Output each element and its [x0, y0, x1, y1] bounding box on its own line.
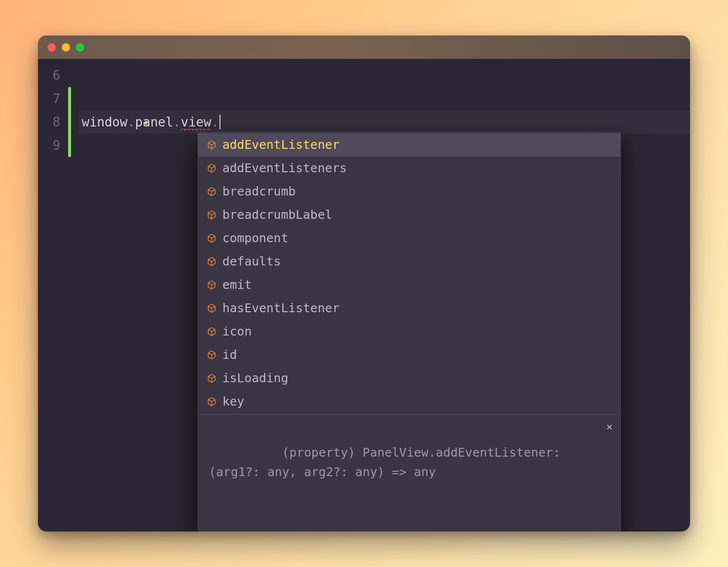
method-icon	[207, 210, 217, 220]
line-number: 8	[38, 110, 60, 134]
method-icon	[207, 373, 217, 383]
autocomplete-item-label: addEventListeners	[222, 157, 347, 180]
code-token-dot: .	[211, 115, 219, 129]
autocomplete-item-label: key	[222, 390, 244, 413]
autocomplete-item[interactable]: addEventListener	[198, 133, 620, 157]
autocomplete-item-label: addEventListener	[222, 133, 340, 157]
autocomplete-item[interactable]: key	[198, 390, 620, 413]
code-line-7[interactable]: ✦	[82, 87, 690, 110]
autocomplete-detail-text: (property) PanelView.addEventListener: (…	[209, 445, 568, 479]
method-icon	[207, 163, 217, 173]
method-icon	[207, 397, 217, 407]
autocomplete-item[interactable]: id	[198, 343, 620, 367]
window-minimize-button[interactable]	[62, 43, 70, 52]
autocomplete-item-label: defaults	[222, 250, 281, 273]
line-number: 9	[38, 134, 60, 157]
autocomplete-item[interactable]: defaults	[198, 250, 620, 273]
method-icon	[207, 350, 217, 360]
autocomplete-item-label: breadcrumbLabel	[222, 203, 332, 227]
method-icon	[207, 303, 217, 313]
window-close-button[interactable]	[48, 43, 56, 52]
autocomplete-item[interactable]: breadcrumbLabel	[198, 203, 620, 227]
close-icon[interactable]: ×	[606, 422, 613, 432]
autocomplete-item-label: emit	[222, 273, 252, 297]
window-zoom-button[interactable]	[76, 43, 84, 52]
autocomplete-item-label: isLoading	[222, 367, 288, 390]
code-line-8[interactable]: window.panel.view.	[79, 110, 690, 134]
autocomplete-popup[interactable]: addEventListeneraddEventListenersbreadcr…	[198, 132, 621, 532]
autocomplete-item[interactable]: isLoading	[198, 367, 620, 390]
autocomplete-item[interactable]: addEventListeners	[198, 157, 620, 180]
method-icon	[207, 327, 217, 337]
code-token-error: view	[181, 115, 212, 131]
autocomplete-item-label: icon	[222, 320, 252, 343]
autocomplete-item-label: hasEventListener	[222, 297, 340, 320]
code-line-6[interactable]	[82, 64, 690, 87]
autocomplete-item[interactable]: icon	[198, 320, 620, 343]
autocomplete-item[interactable]: hasEventListener	[198, 297, 620, 320]
autocomplete-item-label: id	[222, 343, 237, 367]
method-icon	[207, 233, 217, 243]
method-icon	[207, 187, 217, 196]
titlebar	[38, 35, 690, 59]
code-token-dot: .	[173, 115, 181, 129]
method-icon	[207, 257, 217, 266]
autocomplete-item[interactable]: component	[198, 227, 620, 250]
line-number-gutter: 6 7 8 9	[38, 59, 68, 532]
autocomplete-list[interactable]: addEventListeneraddEventListenersbreadcr…	[198, 132, 620, 414]
autocomplete-detail-panel: (property) PanelView.addEventListener: (…	[198, 414, 620, 532]
code-token: panel	[135, 115, 173, 129]
code-token: window	[82, 115, 127, 129]
autocomplete-item-label: component	[222, 227, 288, 250]
autocomplete-item[interactable]: breadcrumb	[198, 180, 620, 203]
line-number: 6	[38, 64, 60, 87]
code-content[interactable]: ✦ window.panel.view. addEventListeneradd…	[71, 59, 690, 532]
autocomplete-item-label: breadcrumb	[222, 180, 296, 203]
code-token-dot: .	[127, 115, 135, 129]
editor-area[interactable]: 6 7 8 9 ✦ window.panel.view. addEventLis…	[38, 59, 690, 532]
text-cursor	[219, 115, 220, 129]
line-number: 7	[38, 87, 60, 110]
autocomplete-item[interactable]: emit	[198, 273, 620, 297]
method-icon	[207, 280, 217, 290]
method-icon	[207, 140, 217, 150]
editor-window: 6 7 8 9 ✦ window.panel.view. addEventLis…	[38, 35, 690, 532]
